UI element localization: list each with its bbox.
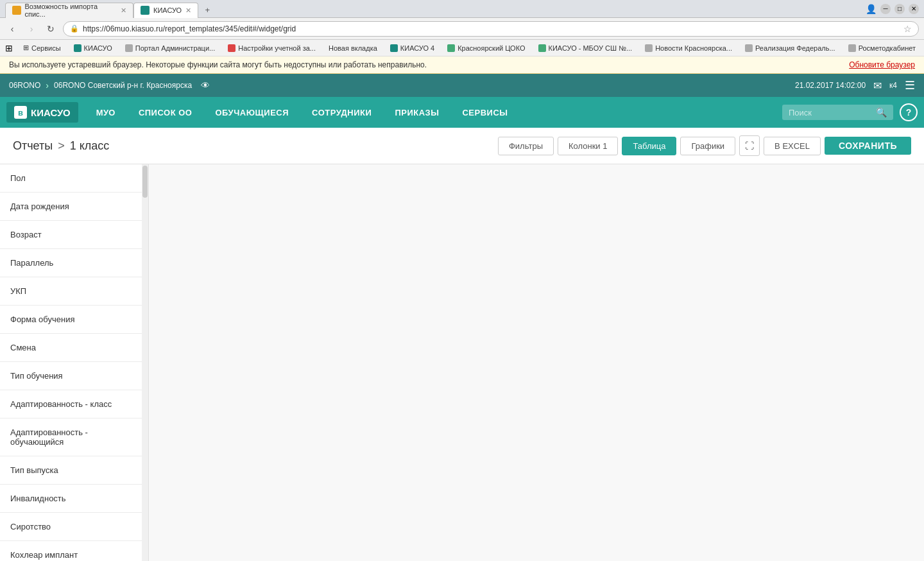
sidebar-item-ukp[interactable]: УКП <box>0 277 148 306</box>
filters-button[interactable]: Фильтры <box>498 137 554 155</box>
search-icon[interactable]: 🔍 <box>876 107 887 117</box>
tab2-close-icon[interactable]: ✕ <box>185 6 191 15</box>
save-button[interactable]: СОХРАНИТЬ <box>825 137 911 155</box>
nav-item-list-oo[interactable]: СПИСОК ОО <box>127 97 204 128</box>
sidebar-scrollbar-thumb[interactable] <box>142 166 148 198</box>
bookmark-icon: ⊞ <box>23 44 29 52</box>
browser-titlebar: Возможность импорта спис... ✕ КИАСУО ✕ +… <box>0 0 924 18</box>
org-name[interactable]: 06RONO Советский р-н г. Красноярска <box>54 81 192 90</box>
sidebar-item-age[interactable]: Возраст <box>0 221 148 249</box>
nav-item-orders[interactable]: ПРИКАЗЫ <box>383 97 450 128</box>
sidebar-item-edu-form[interactable]: Форма обучения <box>0 306 148 334</box>
sidebar-scrollbar[interactable] <box>142 164 148 561</box>
sidebar-item-shift[interactable]: Смена <box>0 334 148 362</box>
sidebar-item-disability[interactable]: Инвалидность <box>0 485 148 513</box>
nav-bar: в КИАСУО МУО СПИСОК ОО ОБУЧАЮЩИЕСЯ СОТРУ… <box>0 97 924 128</box>
forward-button[interactable]: › <box>24 22 38 36</box>
address-bar: ‹ › ↻ 🔒 https://06muo.kiasuo.ru/report_t… <box>0 18 924 40</box>
warning-banner: Вы используете устаревший браузер. Некот… <box>0 56 924 74</box>
bookmark-mbou[interactable]: КИАСУО - МБОУ СШ №... <box>533 43 638 53</box>
nav-item-students[interactable]: ОБУЧАЮЩИЕСЯ <box>203 97 300 128</box>
sidebar-item-adapt-student[interactable]: Адаптированность - обучающийся <box>0 419 148 456</box>
bookmark-mbou-icon <box>538 44 546 52</box>
tab1-close-icon[interactable]: ✕ <box>121 6 126 15</box>
mail-icon[interactable]: ✉ <box>873 80 882 92</box>
bookmark-settings-icon <box>228 44 235 52</box>
user-code: к4 <box>889 81 897 90</box>
new-tab-button[interactable]: + <box>198 3 216 18</box>
apps-icon[interactable]: ⊞ <box>5 43 13 53</box>
main-content <box>149 164 924 561</box>
browser-tab-2[interactable]: КИАСУО ✕ <box>133 3 198 18</box>
eye-icon[interactable]: 👁 <box>201 80 210 91</box>
bookmark-kiasuo4-icon <box>390 44 398 52</box>
sidebar-item-cochlear[interactable]: Кохлеар имплант <box>0 541 148 561</box>
bookmark-kiasuo4[interactable]: КИАСУО 4 <box>385 43 440 53</box>
search-input[interactable] <box>789 108 872 117</box>
sidebar-item-dob[interactable]: Дата рождения <box>0 193 148 221</box>
bookmark-portal[interactable]: Портал Администраци... <box>120 43 220 53</box>
sidebar-item-parallel[interactable]: Параллель <box>0 249 148 277</box>
bookmark-servisy[interactable]: ⊞ Сервисы <box>18 42 66 53</box>
address-input-box[interactable]: 🔒 https://06muo.kiasuo.ru/report_templat… <box>63 21 919 37</box>
logo-text: КИАСУО <box>31 107 71 118</box>
help-button[interactable]: ? <box>900 103 918 121</box>
bookmark-rosmetod[interactable]: Росметодкабинет <box>843 43 921 53</box>
breadcrumb-sep: > <box>58 139 65 153</box>
charts-button[interactable]: Графики <box>680 137 735 155</box>
maximize-button[interactable]: □ <box>894 4 905 14</box>
sidebar-item-orphan[interactable]: Сиротство <box>0 513 148 541</box>
nav-item-staff[interactable]: СОТРУДНИКИ <box>300 97 383 128</box>
logo-letter: в <box>14 106 27 119</box>
bookmark-coko[interactable]: Красноярский ЦОКО <box>442 43 530 53</box>
browser-tab-1[interactable]: Возможность импорта спис... ✕ <box>5 3 133 18</box>
bookmark-news[interactable]: Новости Красноярска... <box>640 43 737 53</box>
refresh-button[interactable]: ↻ <box>44 22 58 36</box>
bookmark-newtab[interactable]: Новая вкладка <box>323 43 382 53</box>
top-bar-right: 21.02.2017 14:02:00 ✉ к4 ☰ <box>795 78 915 92</box>
lock-icon: 🔒 <box>70 24 79 33</box>
bookmark-star-icon[interactable]: ☆ <box>903 24 912 34</box>
sidebar: Пол Дата рождения Возраст Параллель УКП … <box>0 164 149 561</box>
bookmark-news-icon <box>645 44 653 52</box>
address-url: https://06muo.kiasuo.ru/report_templates… <box>83 24 296 33</box>
nav-item-muo[interactable]: МУО <box>85 97 127 128</box>
breadcrumb-current: 1 класс <box>70 139 110 153</box>
hamburger-menu-icon[interactable]: ☰ <box>905 78 915 92</box>
table-button[interactable]: Таблица <box>622 137 676 155</box>
back-button[interactable]: ‹ <box>5 22 19 36</box>
minimize-button[interactable]: ─ <box>880 4 891 14</box>
bookmark-kiasuo[interactable]: КИАСУО <box>69 43 117 53</box>
excel-button[interactable]: В EXCEL <box>764 137 821 155</box>
expand-button[interactable]: ⛶ <box>739 135 760 156</box>
window-controls: 👤 ─ □ ✕ <box>866 4 919 14</box>
nav-item-services[interactable]: СЕРВИСЫ <box>450 97 519 128</box>
header-actions: Фильтры Колонки 1 Таблица Графики ⛶ В EX… <box>498 135 911 156</box>
browser-tabs: Возможность импорта спис... ✕ КИАСУО ✕ + <box>5 0 216 18</box>
close-button[interactable]: ✕ <box>909 4 919 14</box>
sidebar-item-grad-type[interactable]: Тип выпуска <box>0 456 148 485</box>
bookmark-federal-icon <box>745 44 753 52</box>
tab2-icon <box>141 6 150 15</box>
bookmark-kiasuo-icon <box>74 44 81 52</box>
main-layout: Пол Дата рождения Возраст Параллель УКП … <box>0 164 924 561</box>
top-bar-left: 06RONO › 06RONO Советский р-н г. Красноя… <box>9 80 210 91</box>
bookmarks-bar: ⊞ ⊞ Сервисы КИАСУО Портал Администраци..… <box>0 40 924 56</box>
sidebar-item-edu-type[interactable]: Тип обучения <box>0 362 148 390</box>
org-code[interactable]: 06RONO <box>9 81 40 90</box>
update-browser-link[interactable]: Обновите браузер <box>849 60 915 69</box>
datetime-display: 21.02.2017 14:02:00 <box>795 81 866 90</box>
bookmark-rosmetod-icon <box>848 44 856 52</box>
columns-button[interactable]: Колонки 1 <box>558 137 618 155</box>
bookmark-portal-icon <box>125 44 133 52</box>
breadcrumb-root[interactable]: Отчеты <box>13 139 53 153</box>
sidebar-item-adapt-class[interactable]: Адаптированность - класс <box>0 390 148 419</box>
sidebar-item-pol[interactable]: Пол <box>0 164 148 193</box>
bookmark-federal[interactable]: Реализация Федераль... <box>740 43 841 53</box>
warning-text: Вы используете устаревший браузер. Некот… <box>9 60 427 69</box>
content-header: Отчеты > 1 класс Фильтры Колонки 1 Табли… <box>0 128 924 164</box>
nav-search-box[interactable]: 🔍 <box>782 105 893 120</box>
tab2-label: КИАСУО <box>153 6 182 14</box>
bookmark-settings[interactable]: Настройки учетной за... <box>223 43 321 53</box>
logo[interactable]: в КИАСУО <box>6 102 78 123</box>
